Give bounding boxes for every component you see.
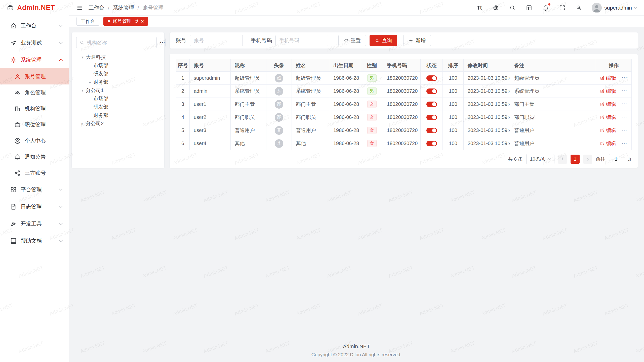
goto-page-input[interactable] [609, 154, 623, 164]
cell-actions: 编辑 ··· [596, 98, 632, 111]
breadcrumb-item[interactable]: 系统管理 [113, 4, 134, 11]
sidebar-item-position-management[interactable]: 职位管理 [0, 117, 69, 133]
top-bar: 工作台 / 系统管理 / 账号管理 Tt superadmin [69, 0, 644, 16]
tree-node[interactable]: ▾大名科技 [76, 53, 160, 61]
more-actions-button[interactable]: ··· [622, 88, 627, 94]
hamburger-menu-icon[interactable] [76, 5, 83, 11]
cell-nickname: 部门职员 [231, 111, 266, 124]
chevron-down-icon [59, 40, 63, 44]
tree-node[interactable]: 市场部 [76, 61, 160, 70]
sidebar-item-business-test[interactable]: 业务测试 [0, 34, 69, 51]
cell-birthday: 1986-06-28 [329, 124, 361, 137]
refresh-icon[interactable] [134, 19, 138, 23]
breadcrumb-item[interactable]: 工作台 [89, 4, 104, 11]
sidebar-item-label: 机构管理 [25, 105, 46, 112]
tree-node-label: 分公司2 [86, 120, 104, 127]
status-toggle[interactable] [426, 102, 437, 107]
sidebar-item-personal-center[interactable]: 个人中心 [0, 133, 69, 149]
prev-page-button[interactable] [558, 155, 567, 164]
fullscreen-icon[interactable] [558, 4, 566, 12]
cell-index: 3 [176, 98, 190, 111]
search-icon[interactable] [509, 4, 516, 12]
goto-label: 前往 [596, 156, 605, 162]
sidebar-item-account-management[interactable]: 账号管理 [0, 68, 69, 84]
user-menu[interactable]: superadmin [592, 3, 636, 13]
tab-account-management[interactable]: 账号管理 × [103, 17, 148, 26]
tree-more-button[interactable]: ··· [160, 38, 166, 47]
edit-icon [600, 115, 605, 120]
phone-input[interactable] [275, 35, 328, 46]
layout-theme-icon[interactable] [525, 4, 533, 12]
system-submenu: 账号管理 角色管理 机构管理 职位管理 个人中心 [0, 68, 69, 181]
avatar: 其 [275, 139, 283, 148]
status-toggle[interactable] [426, 75, 437, 81]
more-actions-button[interactable]: ··· [622, 75, 627, 80]
sidebar-item-help-docs[interactable]: 帮助文档 [0, 232, 69, 249]
chevron-up-icon [59, 59, 63, 62]
org-search-input[interactable] [87, 40, 153, 46]
tree-caret-icon[interactable]: ▾ [79, 88, 86, 93]
notification-bell-icon[interactable] [542, 4, 549, 12]
gear-icon [10, 57, 17, 63]
tree-caret-icon[interactable]: ▸ [79, 121, 86, 126]
edit-button[interactable]: 编辑 [600, 140, 616, 147]
sidebar-item-log-management[interactable]: 日志管理 [0, 198, 69, 215]
sidebar-item-role-management[interactable]: 角色管理 [0, 84, 69, 101]
account-input[interactable] [190, 35, 243, 46]
tab-workbench[interactable]: 工作台 [76, 17, 99, 26]
org-tree: ▾大名科技 市场部 研发部 ▸财务部 ▾分公司1 市场部 研发部 财务部 ▸分公… [76, 53, 160, 128]
sidebar-item-system-management[interactable]: 系统管理 [0, 51, 69, 68]
tree-caret-icon[interactable]: ▾ [79, 55, 86, 60]
edit-button[interactable]: 编辑 [600, 114, 616, 121]
breadcrumb-item-current: 账号管理 [143, 4, 164, 11]
more-actions-button[interactable]: ··· [622, 140, 627, 146]
tree-node[interactable]: ▾分公司1 [76, 86, 160, 95]
tree-node[interactable]: 财务部 [76, 111, 160, 119]
search-button[interactable]: 查询 [370, 35, 397, 46]
status-toggle[interactable] [426, 88, 437, 94]
main-area: 工作台 / 系统管理 / 账号管理 Tt superadmin [69, 0, 644, 362]
sidebar-item-org-management[interactable]: 机构管理 [0, 101, 69, 117]
tree-node[interactable]: ▸分公司2 [76, 119, 160, 128]
edit-button[interactable]: 编辑 [600, 127, 616, 134]
sidebar-item-dev-tools[interactable]: 开发工具 [0, 215, 69, 232]
cell-account: superadmin [190, 72, 231, 85]
cell-avatar: 普 [266, 124, 292, 137]
person-circle-icon [14, 138, 21, 144]
more-actions-button[interactable]: ··· [622, 101, 627, 107]
sidebar-menu: 工作台 业务测试 系统管理 账号管理 角色管理 [0, 16, 69, 362]
edit-button[interactable]: 编辑 [600, 88, 616, 95]
font-size-icon[interactable]: Tt [475, 4, 483, 12]
more-actions-button[interactable]: ··· [622, 127, 627, 133]
sidebar-item-notice[interactable]: 通知公告 [0, 149, 69, 165]
footer-copyright: Copyright © 2022 Dilon All rights reserv… [69, 352, 644, 357]
next-page-button[interactable] [583, 155, 592, 164]
sidebar-item-platform-management[interactable]: 平台管理 [0, 181, 69, 198]
add-label: 新增 [416, 37, 426, 44]
globe-icon[interactable] [492, 4, 500, 12]
tree-node[interactable]: 市场部 [76, 95, 160, 103]
page-number-button[interactable]: 1 [571, 155, 580, 164]
total-count: 共 6 条 [508, 156, 523, 162]
reset-button[interactable]: 重置 [338, 35, 366, 46]
status-toggle[interactable] [426, 128, 437, 133]
profile-icon[interactable] [575, 4, 583, 12]
cell-avatar: 其 [266, 137, 292, 150]
edit-button[interactable]: 编辑 [600, 75, 616, 81]
tree-node[interactable]: 研发部 [76, 70, 160, 78]
tree-caret-icon[interactable]: ▸ [87, 80, 93, 84]
status-toggle[interactable] [426, 141, 437, 146]
tree-node[interactable]: ▸财务部 [76, 78, 160, 86]
close-icon[interactable]: × [141, 19, 144, 24]
sidebar-item-label: 业务测试 [21, 39, 42, 46]
tree-node[interactable]: 研发部 [76, 103, 160, 111]
logo: Admin.NET [0, 0, 69, 16]
add-button[interactable]: 新增 [403, 35, 431, 46]
edit-button[interactable]: 编辑 [600, 101, 616, 108]
sidebar-item-workbench[interactable]: 工作台 [0, 17, 69, 34]
status-toggle[interactable] [426, 115, 437, 120]
more-actions-button[interactable]: ··· [622, 114, 627, 120]
cell-order: 100 [443, 124, 464, 137]
page-size-select[interactable]: 10条/页 [526, 154, 554, 164]
sidebar-item-third-party-account[interactable]: 三方账号 [0, 165, 69, 181]
